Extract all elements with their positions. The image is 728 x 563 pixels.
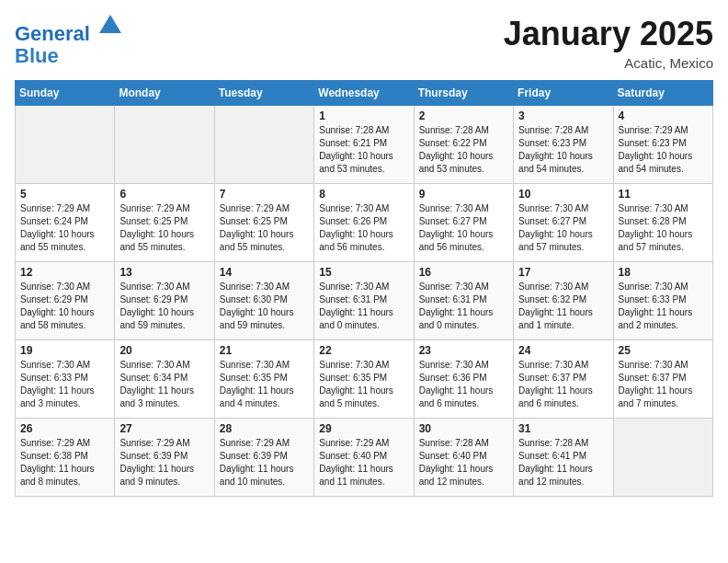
day-info: Sunrise: 7:29 AMSunset: 6:25 PMDaylight:… <box>119 202 209 254</box>
day-info: Sunrise: 7:30 AMSunset: 6:33 PMDaylight:… <box>20 359 109 410</box>
day-cell: 31Sunrise: 7:28 AMSunset: 6:41 PMDayligh… <box>514 419 613 497</box>
day-cell: 27Sunrise: 7:29 AMSunset: 6:39 PMDayligh… <box>115 419 214 497</box>
month-title: January 2025 <box>504 15 713 53</box>
header-thursday: Thursday <box>414 81 513 106</box>
day-info: Sunrise: 7:30 AMSunset: 6:35 PMDaylight:… <box>220 359 309 410</box>
day-info: Sunrise: 7:29 AMSunset: 6:38 PMDaylight:… <box>20 437 109 488</box>
week-row-4: 19Sunrise: 7:30 AMSunset: 6:33 PMDayligh… <box>16 340 713 419</box>
day-cell: 3Sunrise: 7:28 AMSunset: 6:23 PMDaylight… <box>514 106 613 184</box>
day-info: Sunrise: 7:28 AMSunset: 6:40 PMDaylight:… <box>419 437 508 488</box>
day-cell <box>613 419 712 497</box>
day-number: 31 <box>518 422 608 435</box>
day-cell: 13Sunrise: 7:30 AMSunset: 6:29 PMDayligh… <box>115 262 214 340</box>
day-info: Sunrise: 7:29 AMSunset: 6:40 PMDaylight:… <box>319 437 408 488</box>
day-cell: 10Sunrise: 7:30 AMSunset: 6:27 PMDayligh… <box>514 184 613 262</box>
day-cell: 18Sunrise: 7:30 AMSunset: 6:33 PMDayligh… <box>613 262 712 340</box>
header-friday: Friday <box>514 81 613 106</box>
calendar-header: SundayMondayTuesdayWednesdayThursdayFrid… <box>16 81 713 106</box>
day-info: Sunrise: 7:30 AMSunset: 6:33 PMDaylight:… <box>619 281 708 332</box>
day-number: 30 <box>419 422 508 435</box>
week-row-5: 26Sunrise: 7:29 AMSunset: 6:38 PMDayligh… <box>16 419 713 497</box>
day-cell: 23Sunrise: 7:30 AMSunset: 6:36 PMDayligh… <box>414 340 513 419</box>
day-info: Sunrise: 7:30 AMSunset: 6:30 PMDaylight:… <box>220 281 309 332</box>
day-info: Sunrise: 7:28 AMSunset: 6:23 PMDaylight:… <box>518 124 608 176</box>
day-info: Sunrise: 7:30 AMSunset: 6:34 PMDaylight:… <box>119 359 209 410</box>
day-number: 6 <box>119 188 209 201</box>
day-info: Sunrise: 7:30 AMSunset: 6:29 PMDaylight:… <box>20 281 109 332</box>
day-number: 15 <box>319 266 408 279</box>
day-info: Sunrise: 7:30 AMSunset: 6:37 PMDaylight:… <box>518 359 608 410</box>
day-cell: 12Sunrise: 7:30 AMSunset: 6:29 PMDayligh… <box>16 262 115 340</box>
day-cell: 28Sunrise: 7:29 AMSunset: 6:39 PMDayligh… <box>214 419 313 497</box>
day-info: Sunrise: 7:30 AMSunset: 6:28 PMDaylight:… <box>619 202 708 254</box>
day-number: 3 <box>518 109 608 122</box>
day-cell <box>115 106 214 184</box>
day-number: 28 <box>220 422 309 435</box>
day-info: Sunrise: 7:30 AMSunset: 6:29 PMDaylight:… <box>119 281 209 332</box>
day-info: Sunrise: 7:30 AMSunset: 6:36 PMDaylight:… <box>419 359 508 410</box>
day-number: 27 <box>119 422 209 435</box>
day-info: Sunrise: 7:28 AMSunset: 6:21 PMDaylight:… <box>319 124 408 176</box>
day-info: Sunrise: 7:29 AMSunset: 6:24 PMDaylight:… <box>20 202 109 254</box>
day-number: 29 <box>319 422 408 435</box>
day-cell: 2Sunrise: 7:28 AMSunset: 6:22 PMDaylight… <box>414 106 513 184</box>
day-info: Sunrise: 7:30 AMSunset: 6:32 PMDaylight:… <box>518 281 608 332</box>
day-number: 26 <box>20 422 109 435</box>
day-cell: 20Sunrise: 7:30 AMSunset: 6:34 PMDayligh… <box>115 340 214 419</box>
day-number: 16 <box>419 266 508 279</box>
page-header: General Blue January 2025 Acatic, Mexico <box>15 15 713 71</box>
day-number: 17 <box>518 266 608 279</box>
calendar-table: SundayMondayTuesdayWednesdayThursdayFrid… <box>15 80 713 497</box>
day-cell: 19Sunrise: 7:30 AMSunset: 6:33 PMDayligh… <box>16 340 115 419</box>
day-number: 11 <box>619 188 708 201</box>
day-number: 10 <box>518 188 608 201</box>
day-info: Sunrise: 7:30 AMSunset: 6:35 PMDaylight:… <box>319 359 408 410</box>
day-info: Sunrise: 7:29 AMSunset: 6:39 PMDaylight:… <box>220 437 309 488</box>
header-sunday: Sunday <box>16 81 115 106</box>
day-cell: 11Sunrise: 7:30 AMSunset: 6:28 PMDayligh… <box>613 184 712 262</box>
day-number: 25 <box>619 344 708 357</box>
day-cell: 1Sunrise: 7:28 AMSunset: 6:21 PMDaylight… <box>314 106 414 184</box>
day-number: 5 <box>20 188 109 201</box>
day-cell: 25Sunrise: 7:30 AMSunset: 6:37 PMDayligh… <box>613 340 712 419</box>
day-cell: 26Sunrise: 7:29 AMSunset: 6:38 PMDayligh… <box>16 419 115 497</box>
day-cell: 4Sunrise: 7:29 AMSunset: 6:23 PMDaylight… <box>613 106 712 184</box>
day-number: 12 <box>20 266 109 279</box>
week-row-3: 12Sunrise: 7:30 AMSunset: 6:29 PMDayligh… <box>16 262 713 340</box>
day-cell: 5Sunrise: 7:29 AMSunset: 6:24 PMDaylight… <box>16 184 115 262</box>
day-cell: 24Sunrise: 7:30 AMSunset: 6:37 PMDayligh… <box>514 340 613 419</box>
day-number: 23 <box>419 344 508 357</box>
day-info: Sunrise: 7:29 AMSunset: 6:39 PMDaylight:… <box>119 437 209 488</box>
header-tuesday: Tuesday <box>214 81 313 106</box>
header-row: SundayMondayTuesdayWednesdayThursdayFrid… <box>16 81 713 106</box>
day-number: 20 <box>119 344 209 357</box>
header-monday: Monday <box>115 81 214 106</box>
svg-marker-0 <box>99 15 121 33</box>
day-number: 19 <box>20 344 109 357</box>
day-number: 4 <box>619 109 708 122</box>
title-block: January 2025 Acatic, Mexico <box>504 15 713 71</box>
day-number: 14 <box>220 266 309 279</box>
day-cell: 7Sunrise: 7:29 AMSunset: 6:25 PMDaylight… <box>214 184 313 262</box>
logo-general: General <box>15 22 90 45</box>
header-wednesday: Wednesday <box>314 81 414 106</box>
day-info: Sunrise: 7:30 AMSunset: 6:26 PMDaylight:… <box>319 202 408 254</box>
week-row-1: 1Sunrise: 7:28 AMSunset: 6:21 PMDaylight… <box>16 106 713 184</box>
day-number: 9 <box>419 188 508 201</box>
day-cell: 9Sunrise: 7:30 AMSunset: 6:27 PMDaylight… <box>414 184 513 262</box>
day-number: 18 <box>619 266 708 279</box>
day-cell <box>214 106 313 184</box>
day-info: Sunrise: 7:30 AMSunset: 6:27 PMDaylight:… <box>518 202 608 254</box>
week-row-2: 5Sunrise: 7:29 AMSunset: 6:24 PMDaylight… <box>16 184 713 262</box>
logo: General Blue <box>15 15 123 67</box>
day-cell: 21Sunrise: 7:30 AMSunset: 6:35 PMDayligh… <box>214 340 313 419</box>
day-cell: 17Sunrise: 7:30 AMSunset: 6:32 PMDayligh… <box>514 262 613 340</box>
day-cell: 16Sunrise: 7:30 AMSunset: 6:31 PMDayligh… <box>414 262 513 340</box>
day-number: 22 <box>319 344 408 357</box>
calendar-body: 1Sunrise: 7:28 AMSunset: 6:21 PMDaylight… <box>16 106 713 497</box>
day-info: Sunrise: 7:30 AMSunset: 6:31 PMDaylight:… <box>319 281 408 332</box>
logo-icon <box>97 11 123 37</box>
day-info: Sunrise: 7:29 AMSunset: 6:25 PMDaylight:… <box>220 202 309 254</box>
day-number: 8 <box>319 188 408 201</box>
day-number: 21 <box>220 344 309 357</box>
